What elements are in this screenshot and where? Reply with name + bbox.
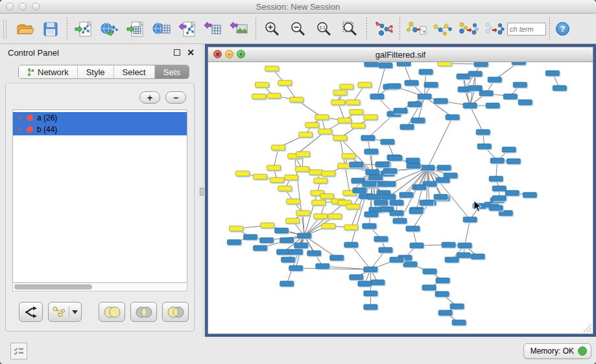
graph-node[interactable]: [353, 188, 366, 193]
graph-node[interactable]: [435, 291, 449, 297]
graph-node[interactable]: [322, 171, 335, 176]
graph-node[interactable]: [403, 262, 417, 267]
graph-node[interactable]: [294, 243, 308, 248]
graph-node[interactable]: [275, 228, 289, 233]
graph-node[interactable]: [364, 291, 377, 296]
help-button[interactable]: ?: [556, 22, 569, 36]
save-session-button[interactable]: [38, 17, 64, 41]
graph-node[interactable]: [254, 245, 267, 251]
graph-node[interactable]: [553, 85, 566, 91]
frame-close-button[interactable]: ✕: [213, 50, 222, 58]
graph-edge[interactable]: [465, 220, 470, 245]
graph-node[interactable]: [390, 210, 403, 216]
graph-node[interactable]: [340, 84, 353, 89]
graph-node[interactable]: [287, 199, 300, 204]
graph-node[interactable]: [277, 249, 291, 255]
graph-node[interactable]: [314, 178, 328, 183]
graph-node[interactable]: [270, 177, 284, 183]
apply-layout-button[interactable]: [370, 17, 396, 41]
graph-node[interactable]: [363, 223, 376, 229]
graph-node[interactable]: [344, 225, 358, 230]
graph-node[interactable]: [260, 238, 274, 243]
graph-node[interactable]: [364, 149, 378, 154]
graph-node[interactable]: [236, 171, 250, 176]
graph-node[interactable]: [463, 217, 477, 222]
graph-node[interactable]: [379, 63, 392, 68]
graph-node[interactable]: [512, 62, 525, 65]
graph-node[interactable]: [299, 132, 313, 137]
graph-node[interactable]: [422, 285, 436, 290]
graph-node[interactable]: [352, 123, 365, 128]
graph-node[interactable]: [489, 176, 503, 181]
graph-node[interactable]: [314, 214, 328, 219]
graph-node[interactable]: [364, 212, 378, 217]
graph-node[interactable]: [437, 165, 451, 170]
graph-node[interactable]: [298, 233, 311, 238]
sets-horizontal-scrollbar[interactable]: [12, 283, 187, 291]
graph-edge[interactable]: [413, 203, 429, 229]
graph-node[interactable]: [400, 124, 414, 130]
graph-node[interactable]: [375, 162, 389, 167]
hide-selected-button[interactable]: [455, 17, 481, 41]
create-set-from-network-button[interactable]: [48, 302, 82, 322]
graph-node[interactable]: [369, 175, 383, 180]
set-row-a[interactable]: a (26): [13, 112, 187, 124]
tab-network[interactable]: Network: [19, 65, 78, 78]
graph-node[interactable]: [305, 122, 319, 128]
graph-edge[interactable]: [304, 216, 320, 236]
graph-node[interactable]: [361, 135, 375, 141]
graph-node[interactable]: [503, 94, 517, 99]
graph-node[interactable]: [381, 139, 394, 144]
zoom-actual-size-button[interactable]: 1:1: [311, 17, 337, 41]
set-row-b[interactable]: b (44): [13, 124, 187, 135]
graph-node[interactable]: [499, 210, 512, 216]
graph-node[interactable]: [479, 91, 493, 96]
graph-node[interactable]: [228, 240, 241, 245]
graph-edge[interactable]: [368, 138, 372, 172]
graph-edge[interactable]: [470, 106, 483, 132]
difference-sets-button[interactable]: [162, 302, 189, 322]
graph-node[interactable]: [410, 243, 423, 248]
graph-node[interactable]: [486, 103, 499, 108]
graph-node[interactable]: [307, 251, 321, 256]
graph-node[interactable]: [296, 152, 310, 157]
graph-node[interactable]: [374, 236, 388, 242]
split-set-button[interactable]: [19, 302, 43, 322]
graph-node[interactable]: [399, 192, 413, 198]
graph-node[interactable]: [265, 66, 279, 71]
graph-node[interactable]: [252, 94, 266, 99]
network-canvas[interactable]: [208, 62, 593, 334]
graph-node[interactable]: [471, 254, 484, 259]
remove-set-button[interactable]: −: [165, 91, 186, 104]
open-session-button[interactable]: [12, 17, 38, 41]
graph-edge[interactable]: [274, 148, 278, 168]
disclosure-triangle-icon[interactable]: [19, 127, 23, 132]
graph-node[interactable]: [488, 77, 501, 82]
graph-node[interactable]: [523, 192, 536, 198]
graph-node[interactable]: [316, 264, 329, 269]
graph-node[interactable]: [272, 145, 285, 150]
sets-list[interactable]: a (26) b (44): [12, 109, 187, 283]
intersect-sets-button[interactable]: [130, 302, 157, 322]
resize-grip[interactable]: [583, 324, 592, 333]
graph-node[interactable]: [421, 165, 435, 170]
graph-node[interactable]: [320, 194, 334, 199]
graph-node[interactable]: [474, 62, 488, 67]
graph-node[interactable]: [230, 226, 243, 231]
graph-node[interactable]: [420, 200, 433, 205]
graph-node[interactable]: [322, 223, 335, 229]
graph-node[interactable]: [350, 162, 363, 167]
graph-node[interactable]: [261, 223, 274, 228]
export-network-button[interactable]: [174, 17, 200, 41]
graph-node[interactable]: [442, 242, 455, 247]
graph-node[interactable]: [296, 210, 310, 216]
graph-node[interactable]: [438, 62, 451, 66]
zoom-selected-button[interactable]: [337, 17, 363, 41]
show-all-button[interactable]: [481, 17, 507, 41]
first-neighbors-button[interactable]: [429, 17, 455, 41]
graph-node[interactable]: [267, 93, 281, 98]
graph-edge[interactable]: [428, 117, 453, 168]
graph-node[interactable]: [318, 129, 332, 134]
graph-node[interactable]: [350, 275, 363, 280]
graph-node[interactable]: [333, 90, 347, 95]
